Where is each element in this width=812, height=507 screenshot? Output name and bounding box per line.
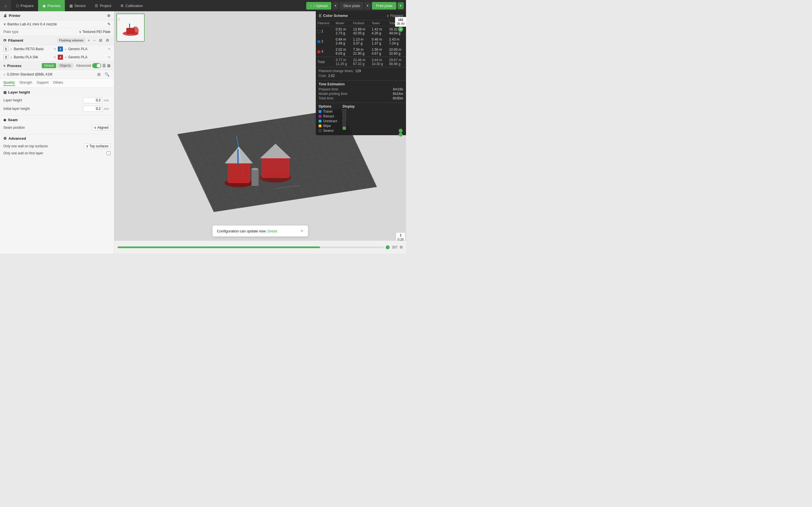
filament-import-icon[interactable]: ⊞ bbox=[98, 38, 103, 43]
row1-flushed: 13.99 m 42.05 g bbox=[351, 26, 370, 37]
add-filament-button[interactable]: + bbox=[87, 38, 91, 43]
filament-2-edit-icon[interactable]: ✎ bbox=[108, 47, 110, 51]
display-unretract[interactable] bbox=[343, 118, 355, 121]
display-travel[interactable] bbox=[343, 110, 355, 113]
unretract-checkbox[interactable] bbox=[343, 118, 346, 121]
first-layer-checkbox[interactable] bbox=[107, 151, 110, 155]
slider-add-button[interactable]: + bbox=[398, 27, 403, 32]
filament-title: ⟳ Filament bbox=[3, 38, 23, 43]
wipe-checkbox[interactable] bbox=[343, 122, 346, 126]
upload-button[interactable]: ↑ ↑ Upload bbox=[306, 2, 332, 10]
option-seams: Seams bbox=[319, 129, 337, 133]
tab-objects[interactable]: Objects bbox=[57, 63, 73, 68]
profile-row: ∨ 0.20mm Standard @BBL A1M ⊞ 🔍 bbox=[0, 70, 114, 79]
change-times-label: Filament change times: bbox=[319, 69, 354, 73]
display-seams[interactable] bbox=[343, 126, 355, 130]
display-retract[interactable] bbox=[343, 114, 355, 117]
tab-preview[interactable]: ◉ Preview bbox=[38, 0, 65, 11]
travel-dot bbox=[319, 110, 321, 113]
progress-thumb[interactable] bbox=[386, 245, 390, 249]
top-wall-dropdown[interactable]: ∨ Top surfaces bbox=[84, 144, 110, 149]
first-layer-label: Only one wall on first layer bbox=[3, 151, 107, 155]
slider-track-container bbox=[400, 33, 401, 233]
filament-settings-icon[interactable]: ⚙ bbox=[105, 38, 110, 43]
initial-layer-input[interactable] bbox=[83, 106, 103, 112]
total-flushed: 22.46 m 67.32 g bbox=[351, 57, 370, 67]
upload-dropdown[interactable]: ▾ bbox=[333, 2, 339, 9]
notification-link[interactable]: Detail. bbox=[267, 229, 278, 233]
save-profile-icon[interactable]: ⊞ bbox=[96, 71, 102, 77]
total-time-row: Total time: 6h30m bbox=[319, 96, 403, 100]
print-dropdown[interactable]: ▾ bbox=[398, 2, 404, 9]
unretract-label: Unretract bbox=[323, 119, 337, 123]
travel-checkbox[interactable] bbox=[343, 110, 346, 113]
col-model-header: Model bbox=[334, 20, 351, 26]
slice-label: Slice plate bbox=[343, 4, 360, 8]
printer-edit-icon[interactable]: ✎ bbox=[107, 22, 110, 26]
svg-rect-12 bbox=[252, 169, 259, 186]
layer-slider: 182 36.40 + 1 0.20 bbox=[398, 17, 403, 242]
filament-1-edit-icon[interactable]: ✎ bbox=[54, 47, 56, 51]
tab-device[interactable]: ▦ Device bbox=[65, 0, 90, 11]
tab-project-label: Project bbox=[100, 4, 111, 8]
layer-stack-icon[interactable]: ⧉ bbox=[400, 245, 403, 249]
seam-dropdown-arrow: ∨ bbox=[94, 126, 96, 129]
slice-dropdown[interactable]: ▾ bbox=[364, 2, 371, 9]
row4-flushed: 7.34 m 21.90 g bbox=[351, 47, 370, 57]
swatch-4 bbox=[317, 50, 320, 53]
process-toggle-group: Global Objects Advanced ☰ ⊞ bbox=[42, 63, 110, 68]
slice-button[interactable]: Slice plate bbox=[340, 2, 363, 10]
device-icon: ▦ bbox=[69, 4, 73, 8]
tab-calibration[interactable]: ⚙ Calibration bbox=[116, 0, 147, 11]
retract-checkbox[interactable] bbox=[343, 114, 346, 117]
flushing-badge[interactable]: Flushing volumes bbox=[57, 38, 86, 43]
printer-settings-icon[interactable]: ⚙ bbox=[107, 13, 110, 18]
cost-row: Cost: 2.02 bbox=[319, 74, 403, 78]
tab-prepare[interactable]: ⬡ Prepare bbox=[11, 0, 38, 11]
search-profile-icon[interactable]: 🔍 bbox=[103, 71, 110, 77]
cs-panel-header: ⟨⟨ Color Scheme ∨ Filament bbox=[316, 11, 406, 20]
print-button[interactable]: Print plate bbox=[372, 2, 396, 10]
tab-project[interactable]: ☰ Project bbox=[90, 0, 116, 11]
remove-filament-button[interactable]: − bbox=[92, 38, 97, 43]
cs-collapse-icon[interactable]: ⟨⟨ bbox=[319, 13, 321, 18]
process-grid-icon[interactable]: ⊞ bbox=[107, 63, 110, 68]
seam-position-dropdown[interactable]: ∨ Aligned bbox=[92, 125, 110, 130]
profile-name: 0.20mm Standard @BBL A1M bbox=[7, 72, 94, 76]
plate-type-label: Plate type bbox=[3, 30, 18, 34]
layer-height-input[interactable] bbox=[83, 97, 103, 103]
filament-4-edit-icon[interactable]: ✎ bbox=[108, 55, 110, 59]
col-tower-header: Tower bbox=[370, 20, 388, 26]
preview-icon: ◉ bbox=[43, 4, 46, 8]
seam-position-label: Seam position bbox=[3, 126, 92, 129]
tab-quality[interactable]: Quality bbox=[3, 80, 15, 86]
filament-3-edit-icon[interactable]: ✎ bbox=[54, 55, 56, 59]
first-layer-row: Only one wall on first layer bbox=[3, 150, 110, 156]
filament-num-4: 4 bbox=[58, 55, 63, 60]
upload-label: ↑ Upload bbox=[313, 4, 327, 8]
notification-close-button[interactable]: × bbox=[301, 228, 303, 233]
layer-height-row: Layer height mm bbox=[3, 96, 110, 105]
model-time-label: Model printing time: bbox=[319, 92, 348, 96]
change-times-row: Filament change times: 129 bbox=[319, 69, 403, 73]
f2-dropdown: ∨ bbox=[64, 48, 66, 51]
display-wipe[interactable] bbox=[343, 122, 355, 126]
slider-thumb-bottom[interactable] bbox=[399, 129, 403, 133]
layer-progress-track[interactable] bbox=[117, 246, 384, 248]
home-icon: ⌂ bbox=[4, 4, 7, 8]
layer-progress-fill bbox=[117, 246, 320, 248]
tab-support[interactable]: Support bbox=[37, 80, 49, 86]
process-list-icon[interactable]: ☰ bbox=[102, 63, 106, 68]
slider-thumb-top[interactable] bbox=[399, 133, 403, 136]
tab-global[interactable]: Global bbox=[42, 63, 56, 68]
svg-marker-7 bbox=[225, 147, 253, 163]
option-retract: Retract bbox=[319, 114, 337, 118]
seams-checkbox[interactable] bbox=[343, 126, 346, 130]
display-title: Display bbox=[343, 105, 355, 108]
advanced-toggle[interactable] bbox=[92, 63, 101, 68]
tab-strength[interactable]: Strength bbox=[19, 80, 32, 86]
time-title: Time Estimation bbox=[319, 82, 403, 86]
tab-others[interactable]: Others bbox=[53, 80, 63, 86]
home-button[interactable]: ⌂ bbox=[0, 0, 11, 11]
layer-height-label: Layer height bbox=[3, 98, 83, 102]
